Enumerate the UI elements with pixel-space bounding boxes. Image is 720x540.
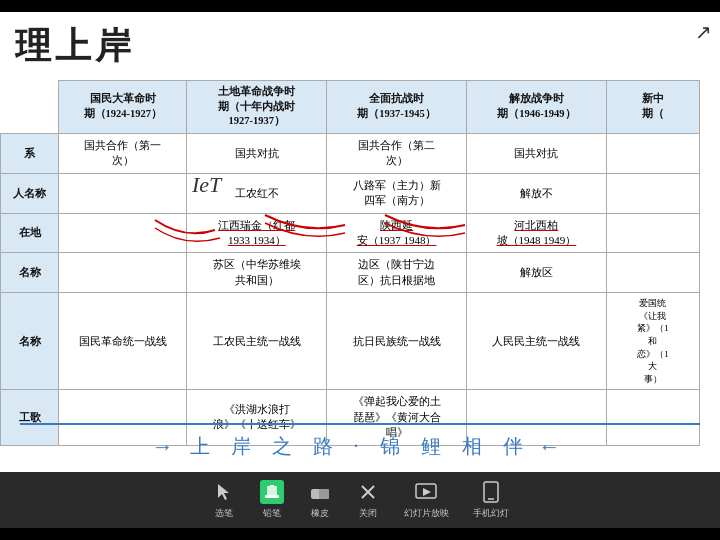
page-title: 理上岸 xyxy=(15,26,135,66)
eraser-icon xyxy=(308,480,332,504)
pencil-icon xyxy=(260,480,284,504)
toolbar-btn-pencil-label: 铅笔 xyxy=(263,507,281,520)
bottom-tagline: → 上 岸 之 路 · 锦 鲤 相 伴 ← xyxy=(152,433,569,460)
bottom-section: → 上 岸 之 路 · 锦 鲤 相 伴 ← xyxy=(0,423,720,460)
row-label-0: 系 xyxy=(1,134,59,174)
row-label-2: 在地 xyxy=(1,213,59,253)
cell-4-0: 国民革命统一战线 xyxy=(59,293,187,390)
toolbar-btn-eraser[interactable]: 橡皮 xyxy=(308,480,332,520)
slide: 理上岸 ↗ IeT 国民大革命时期（1924-1927） 土地革命战争时期（十年… xyxy=(0,12,720,528)
arrow-right-icon: ← xyxy=(539,434,569,460)
iet-label: IeT xyxy=(192,172,221,198)
svg-rect-2 xyxy=(319,489,329,499)
cell-1-3: 解放不 xyxy=(466,173,606,213)
select-icon xyxy=(212,480,236,504)
toolbar-btn-mobile[interactable]: 手机幻灯 xyxy=(473,480,509,520)
title-area: 理上岸 xyxy=(0,12,720,80)
main-table: 国民大革命时期（1924-1927） 土地革命战争时期（十年内战时1927-19… xyxy=(0,80,700,446)
cell-0-2: 国共合作（第二次） xyxy=(327,134,467,174)
toolbar-btn-mobile-label: 手机幻灯 xyxy=(473,507,509,520)
tagline-text: 上 岸 之 路 · 锦 鲤 相 伴 xyxy=(190,433,531,460)
top-right-icon: ↗ xyxy=(695,20,712,44)
row-label-4: 名称 xyxy=(1,293,59,390)
toolbar-btn-select-label: 选笔 xyxy=(215,507,233,520)
toolbar-btn-close-label: 关闭 xyxy=(359,507,377,520)
toolbar-btn-pencil[interactable]: 铅笔 xyxy=(260,480,284,520)
table-row: 名称 国民革命统一战线 工农民主统一战线 抗日民族统一战线 人民民主统一战线 爱… xyxy=(1,293,700,390)
col-header-2: 土地革命战争时期（十年内战时1927-1937） xyxy=(187,81,327,134)
col-header-3: 全面抗战时期（1937-1945） xyxy=(327,81,467,134)
cell-0-4 xyxy=(606,134,699,174)
row-label-3: 名称 xyxy=(1,253,59,293)
cell-3-3: 解放区 xyxy=(466,253,606,293)
cell-0-1: 国共对抗 xyxy=(187,134,327,174)
main-container: 理上岸 ↗ IeT 国民大革命时期（1924-1927） 土地革命战争时期（十年… xyxy=(0,0,720,540)
table-row: 名称 苏区（中华苏维埃共和国） 边区（陕甘宁边区）抗日根据地 解放区 xyxy=(1,253,700,293)
top-bar xyxy=(0,0,720,12)
table-row: 系 国共合作（第一次） 国共对抗 国共合作（第二次） 国共对抗 xyxy=(1,134,700,174)
cell-2-3: 河北西柏坡（1948 1949） xyxy=(466,213,606,253)
cell-4-4: 爱国统《让我紧》（1和恋》（1大事） xyxy=(606,293,699,390)
cell-1-0 xyxy=(59,173,187,213)
mobile-icon xyxy=(479,480,503,504)
cell-2-2: 陕西延安（1937 1948） xyxy=(327,213,467,253)
cell-1-4 xyxy=(606,173,699,213)
col-header-0 xyxy=(1,81,59,134)
table-row: 人名称 工农红不 八路军（主力）新四军（南方） 解放不 xyxy=(1,173,700,213)
table-wrapper: 国民大革命时期（1924-1927） 土地革命战争时期（十年内战时1927-19… xyxy=(0,80,700,446)
toolbar-btn-slideshow-label: 幻灯片放映 xyxy=(404,507,449,520)
toolbar-btn-select[interactable]: 选笔 xyxy=(212,480,236,520)
cell-4-2: 抗日民族统一战线 xyxy=(327,293,467,390)
col-header-1: 国民大革命时期（1924-1927） xyxy=(59,81,187,134)
bottom-bar xyxy=(0,528,720,540)
cell-2-1: 江西瑞金（红都1933 1934） xyxy=(187,213,327,253)
svg-rect-0 xyxy=(265,495,279,498)
toolbar-btn-slideshow[interactable]: 幻灯片放映 xyxy=(404,480,449,520)
cell-4-1: 工农民主统一战线 xyxy=(187,293,327,390)
cell-3-4 xyxy=(606,253,699,293)
table-row: 在地 江西瑞金（红都1933 1934） 陕西延安（1937 1948） 河北西… xyxy=(1,213,700,253)
cell-0-3: 国共对抗 xyxy=(466,134,606,174)
row-label-1: 人名称 xyxy=(1,173,59,213)
cell-2-0 xyxy=(59,213,187,253)
svg-marker-6 xyxy=(423,488,431,496)
cell-0-0: 国共合作（第一次） xyxy=(59,134,187,174)
toolbar-btn-close[interactable]: 关闭 xyxy=(356,480,380,520)
slideshow-icon xyxy=(414,480,438,504)
col-header-4: 解放战争时期（1946-1949） xyxy=(466,81,606,134)
cell-3-1: 苏区（中华苏维埃共和国） xyxy=(187,253,327,293)
toolbar-btn-eraser-label: 橡皮 xyxy=(311,507,329,520)
cell-1-2: 八路军（主力）新四军（南方） xyxy=(327,173,467,213)
toolbar: 选笔 铅笔 橡皮 xyxy=(0,472,720,528)
cell-2-4 xyxy=(606,213,699,253)
arrow-left-icon: → xyxy=(152,434,182,460)
cell-3-2: 边区（陕甘宁边区）抗日根据地 xyxy=(327,253,467,293)
cell-4-3: 人民民主统一战线 xyxy=(466,293,606,390)
divider-line xyxy=(20,423,700,425)
cell-3-0 xyxy=(59,253,187,293)
close-icon xyxy=(356,480,380,504)
col-header-5: 新中期（ xyxy=(606,81,699,134)
